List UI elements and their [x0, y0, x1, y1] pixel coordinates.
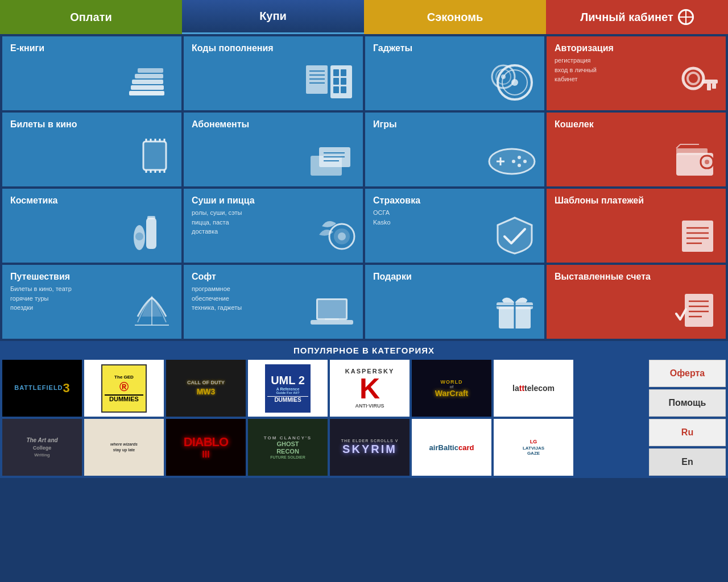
product-bf3[interactable]: BATTLEFIELD 3: [2, 360, 82, 417]
popular-cards-area: BATTLEFIELD 3 The GED ® DUMMIES: [2, 360, 644, 476]
tile-invoices[interactable]: Выставленные счета: [547, 265, 726, 339]
product-skyrim[interactable]: THE ELDER SCROLLS V SKYRIM: [330, 419, 410, 476]
product-wizards[interactable]: where wizards stay up late: [84, 419, 164, 476]
pomosh-button[interactable]: Помощь: [649, 389, 726, 417]
globe-icon: [678, 9, 694, 25]
tile-cosmetics[interactable]: Косметика: [2, 189, 181, 263]
tile-auth[interactable]: Авторизация регистрация вход в личный ка…: [547, 36, 726, 110]
popular-row-1: BATTLEFIELD 3 The GED ® DUMMIES: [2, 360, 644, 417]
svg-point-51: [518, 164, 521, 167]
svg-point-22: [501, 74, 506, 79]
template-icon: [676, 218, 719, 257]
svg-rect-59: [146, 218, 156, 249]
svg-point-62: [135, 232, 143, 240]
popular-section: ПОПУЛЯРНОЕ В КАТЕГОРИЯХ BATTLEFIELD 3 Th…: [0, 341, 728, 478]
svg-rect-15: [333, 86, 339, 93]
subscription-icon: [308, 142, 356, 181]
popular-row-2: The Art and College Writing where wizard…: [2, 419, 644, 476]
nav-cabinet[interactable]: Личный кабинет: [546, 0, 728, 34]
nav-sekonomj[interactable]: Сэкономь: [364, 0, 546, 34]
gift-icon: [492, 291, 537, 333]
svg-rect-13: [333, 78, 339, 85]
svg-point-56: [705, 160, 709, 164]
tile-gifts[interactable]: Подарки: [365, 265, 544, 339]
popular-title: ПОПУЛЯРНОЕ В КАТЕГОРИЯХ: [2, 346, 726, 355]
oferta-button[interactable]: Оферта: [649, 360, 726, 387]
main-grid: Е-книги Коды пополнения Гадже: [0, 34, 728, 341]
svg-line-58: [676, 144, 680, 148]
wallet-icon: [673, 142, 719, 181]
svg-rect-3: [131, 85, 164, 90]
tile-cinema[interactable]: Билеты в кино: [2, 113, 181, 186]
product-airbaltic[interactable]: airBalticcard: [412, 419, 491, 476]
cosmetics-icon: [129, 215, 175, 257]
tile-travel[interactable]: Путешествия Билеты в кино, театр горячие…: [2, 265, 181, 339]
product-ghostrecon[interactable]: TOM CLANCY'S GHOSTRECON FUTURE SOLDIER: [248, 419, 328, 476]
cinema-icon: [135, 136, 175, 181]
tile-gadgets[interactable]: Гаджеты: [365, 36, 544, 110]
gamepad-icon: [486, 142, 537, 181]
nav-oplati[interactable]: Оплати: [0, 0, 182, 34]
product-kaspersky[interactable]: KASPERSKY K ANTI·VIRUS: [330, 360, 410, 417]
product-latvijas[interactable]: LG LATVIJASGAZE: [494, 419, 573, 476]
cabinet-label: Личный кабинет: [580, 11, 673, 24]
product-bookdark[interactable]: The Art and College Writing: [2, 419, 82, 476]
svg-rect-81: [685, 294, 713, 327]
en-button[interactable]: En: [649, 448, 726, 476]
product-diablo[interactable]: DIABLO III: [166, 419, 246, 476]
invoice-icon: [673, 291, 719, 333]
svg-point-50: [523, 160, 527, 163]
tile-ebooks[interactable]: Е-книги: [2, 36, 181, 110]
product-uml[interactable]: UML 2 A Reference Guide For All? DUMMIES: [248, 360, 328, 417]
svg-rect-27: [707, 84, 711, 90]
product-ged[interactable]: The GED ® DUMMIES: [84, 360, 164, 417]
tile-sushi[interactable]: Суши и пицца ролы, суши, сэты пицца, пас…: [184, 189, 363, 263]
header: Оплати Купи Сэкономь Личный кабинет: [0, 0, 728, 34]
svg-rect-60: [147, 216, 155, 219]
svg-rect-54: [676, 148, 708, 155]
product-lattelecom[interactable]: latttelecom: [494, 360, 573, 417]
svg-rect-1: [135, 74, 163, 78]
svg-rect-66: [682, 221, 713, 252]
tile-wallet[interactable]: Кошелек: [547, 113, 726, 186]
svg-rect-4: [129, 91, 164, 95]
svg-rect-29: [143, 142, 166, 170]
tile-insurance[interactable]: Страховка ОСГА Kasko: [365, 189, 544, 263]
product-wow[interactable]: WORLD of WarCraft: [412, 360, 491, 417]
svg-rect-76: [325, 318, 339, 320]
tile-templates[interactable]: Шаблоны платежей: [547, 189, 726, 263]
svg-rect-26: [712, 84, 716, 89]
tile-games[interactable]: Игры: [365, 113, 544, 186]
product-cod[interactable]: CALL OF DUTY MW3: [166, 360, 246, 417]
popular-main-area: BATTLEFIELD 3 The GED ® DUMMIES: [2, 360, 726, 476]
svg-rect-12: [341, 69, 346, 76]
tile-codes[interactable]: Коды пополнения: [184, 36, 363, 110]
svg-rect-0: [132, 80, 163, 84]
gadget-icon: [486, 63, 537, 105]
nav-kupi[interactable]: Купи: [182, 0, 364, 34]
svg-point-52: [512, 160, 515, 163]
books-icon: [129, 63, 175, 105]
svg-rect-14: [341, 78, 346, 85]
svg-rect-75: [311, 320, 353, 325]
svg-point-49: [518, 156, 521, 159]
svg-rect-11: [333, 69, 339, 76]
svg-rect-2: [138, 68, 163, 73]
sidebar-buttons: Оферта Помощь Ru En: [649, 360, 726, 476]
svg-rect-16: [341, 86, 346, 93]
ru-button[interactable]: Ru: [649, 419, 726, 446]
tile-soft[interactable]: Софт программное обеспечение техника, га…: [184, 265, 363, 339]
code-icon: [305, 63, 356, 105]
tile-abonements[interactable]: Абонементы: [184, 113, 363, 186]
